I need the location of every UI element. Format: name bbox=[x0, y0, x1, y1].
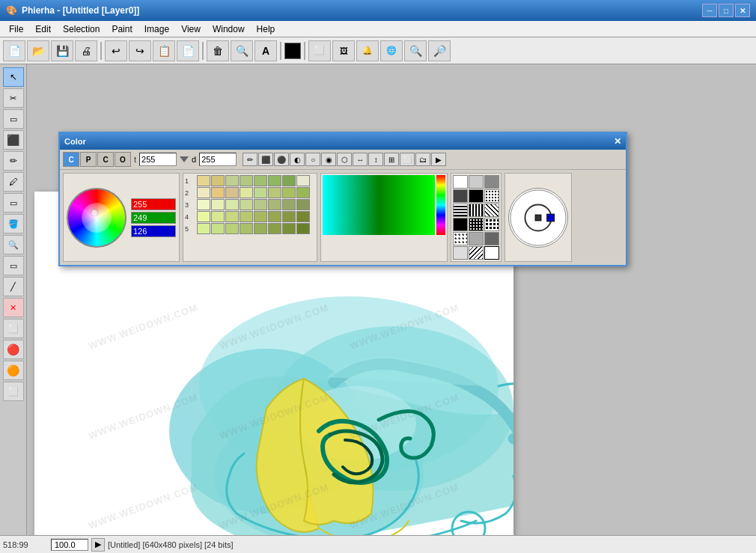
swatch-5-3[interactable] bbox=[225, 223, 239, 234]
tool-btn-1[interactable]: ⬜ bbox=[308, 40, 331, 61]
pattern-2[interactable] bbox=[469, 175, 484, 189]
swatch-2-1[interactable] bbox=[197, 187, 210, 198]
swatch-1-2[interactable] bbox=[211, 175, 225, 186]
menu-image[interactable]: Image bbox=[138, 22, 175, 36]
maximize-button[interactable]: □ bbox=[719, 4, 734, 17]
pattern-1[interactable] bbox=[453, 175, 468, 189]
menu-selection[interactable]: Selection bbox=[57, 22, 106, 36]
pattern-9[interactable] bbox=[484, 204, 499, 217]
undo-button[interactable]: ↩ bbox=[105, 40, 127, 61]
swatch-4-5[interactable] bbox=[254, 211, 267, 222]
tool-icon-12[interactable]: 🗂 bbox=[415, 153, 430, 166]
pattern-7[interactable] bbox=[453, 204, 468, 217]
tool-icon-6[interactable]: ◉ bbox=[321, 153, 336, 166]
save-button[interactable]: 💾 bbox=[51, 40, 73, 61]
hue-slider[interactable] bbox=[436, 175, 445, 235]
swatch-3-7[interactable] bbox=[282, 199, 296, 210]
swatch-4-8[interactable] bbox=[296, 211, 310, 222]
copy-button[interactable]: 📋 bbox=[153, 40, 175, 61]
tool-icon-7[interactable]: ⬡ bbox=[337, 153, 352, 166]
tool-icon-2[interactable]: ⬛ bbox=[258, 153, 273, 166]
tool-icon-11[interactable]: ⬜ bbox=[400, 153, 415, 166]
text-button[interactable]: A bbox=[254, 40, 277, 61]
line-tool[interactable]: ╱ bbox=[3, 277, 24, 296]
swatch-1-1[interactable] bbox=[197, 175, 210, 186]
red-value[interactable]: 255 bbox=[131, 198, 176, 210]
swatch-2-5[interactable] bbox=[254, 187, 267, 198]
pattern-3[interactable] bbox=[484, 175, 499, 189]
swatch-3-2[interactable] bbox=[211, 199, 225, 210]
swatch-5-4[interactable] bbox=[240, 223, 253, 234]
pattern-17[interactable] bbox=[469, 246, 484, 260]
menu-window[interactable]: Window bbox=[207, 22, 251, 36]
paste-button[interactable]: 📄 bbox=[177, 40, 199, 61]
lasso-tool[interactable]: ✂ bbox=[3, 88, 24, 108]
foreground-color[interactable] bbox=[284, 43, 301, 59]
t-value-input[interactable] bbox=[139, 153, 177, 166]
eraser-tool[interactable]: ▭ bbox=[3, 193, 24, 213]
clone-tool[interactable]: ⬜ bbox=[3, 382, 24, 401]
swatch-5-1[interactable] bbox=[197, 223, 210, 234]
pattern-8[interactable] bbox=[469, 204, 484, 217]
swatch-4-7[interactable] bbox=[282, 211, 296, 222]
swatch-2-3[interactable] bbox=[225, 187, 239, 198]
pattern-5[interactable] bbox=[469, 189, 484, 203]
play-button[interactable]: ▶ bbox=[91, 538, 105, 552]
swatch-5-2[interactable] bbox=[211, 223, 225, 234]
menu-view[interactable]: View bbox=[175, 22, 207, 36]
gradient-picker[interactable] bbox=[323, 175, 435, 235]
zoom-button[interactable]: 🔍 bbox=[231, 40, 253, 61]
pencil-tool[interactable]: ✏ bbox=[3, 151, 24, 171]
zoom-tool[interactable]: 🔍 bbox=[3, 235, 24, 254]
swatch-5-5[interactable] bbox=[254, 223, 267, 234]
swatch-5-6[interactable] bbox=[268, 223, 281, 234]
pattern-15[interactable] bbox=[484, 232, 499, 245]
swatch-2-4[interactable] bbox=[240, 187, 253, 198]
color-tab-p[interactable]: P bbox=[80, 152, 97, 167]
special-tool-1[interactable]: ✕ bbox=[3, 298, 24, 317]
fill-tool[interactable]: ⬛ bbox=[3, 130, 24, 150]
swatch-2-6[interactable] bbox=[268, 187, 281, 198]
print-button[interactable]: 🖨 bbox=[75, 40, 97, 61]
tool-icon-5[interactable]: ○ bbox=[305, 153, 320, 166]
pattern-10[interactable] bbox=[453, 218, 468, 231]
new-button[interactable]: 📄 bbox=[3, 40, 25, 61]
rect-select-tool[interactable]: ▭ bbox=[3, 109, 24, 129]
blue-value[interactable]: 126 bbox=[131, 225, 176, 237]
color-tab-c1[interactable]: C bbox=[63, 152, 79, 167]
tool-icon-13[interactable]: ▶ bbox=[431, 153, 446, 166]
brush-tool[interactable]: 🖊 bbox=[3, 172, 24, 192]
shape-tool[interactable]: ⬜ bbox=[3, 319, 24, 338]
open-button[interactable]: 📂 bbox=[27, 40, 49, 61]
swatch-4-1[interactable] bbox=[197, 211, 210, 222]
swatch-3-1[interactable] bbox=[197, 199, 210, 210]
bucket-tool[interactable]: 🪣 bbox=[3, 214, 24, 233]
menu-file[interactable]: File bbox=[3, 22, 29, 36]
canvas-area[interactable]: Color ✕ C P C O t d ✏ ⬛ bbox=[27, 64, 756, 535]
swatch-1-7[interactable] bbox=[282, 175, 296, 186]
tool-icon-4[interactable]: ◐ bbox=[290, 153, 305, 166]
menu-help[interactable]: Help bbox=[251, 22, 281, 36]
zoom-input[interactable] bbox=[51, 539, 88, 551]
pattern-11[interactable] bbox=[469, 218, 484, 231]
zoom-out-button[interactable]: 🔎 bbox=[428, 40, 451, 61]
swatch-2-8[interactable] bbox=[296, 187, 310, 198]
tool-icon-1[interactable]: ✏ bbox=[243, 153, 257, 166]
swatch-1-8[interactable] bbox=[296, 175, 310, 186]
tool-icon-10[interactable]: ⊞ bbox=[384, 153, 399, 166]
swatch-5-8[interactable] bbox=[296, 223, 310, 234]
menu-paint[interactable]: Paint bbox=[106, 22, 138, 36]
d-value-input[interactable] bbox=[199, 153, 237, 166]
color-wheel[interactable] bbox=[67, 188, 126, 248]
color-tab-o[interactable]: O bbox=[115, 152, 131, 167]
swatch-3-3[interactable] bbox=[225, 199, 239, 210]
green-value[interactable]: 249 bbox=[131, 212, 176, 224]
pattern-12[interactable] bbox=[484, 218, 499, 231]
swatch-1-3[interactable] bbox=[225, 175, 239, 186]
swatch-2-2[interactable] bbox=[211, 187, 225, 198]
swatch-4-4[interactable] bbox=[240, 211, 253, 222]
swatch-3-6[interactable] bbox=[268, 199, 281, 210]
pattern-14[interactable] bbox=[469, 232, 484, 245]
swatch-2-7[interactable] bbox=[282, 187, 296, 198]
color-dialog-title-bar[interactable]: Color ✕ bbox=[60, 133, 626, 150]
